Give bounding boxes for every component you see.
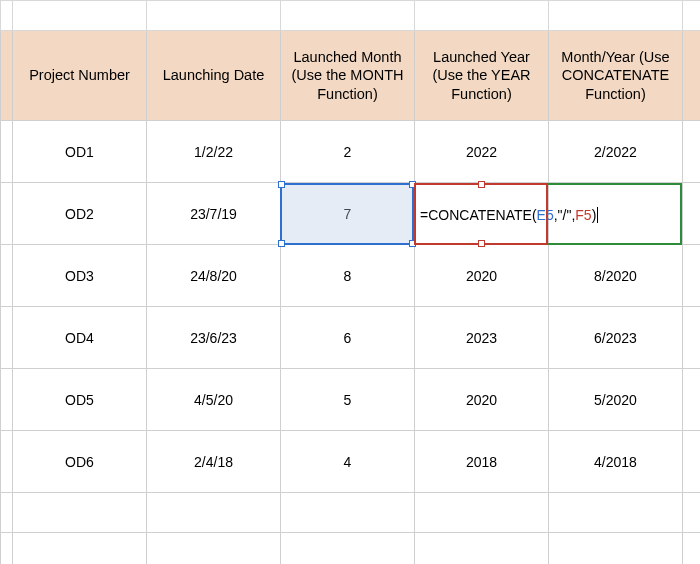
- empty-cell[interactable]: [1, 533, 13, 565]
- empty-cell[interactable]: [683, 533, 701, 565]
- empty-cell[interactable]: [415, 533, 549, 565]
- empty-cell[interactable]: [415, 493, 549, 533]
- empty-cell[interactable]: [281, 493, 415, 533]
- header-launching-date[interactable]: Launching Date: [147, 31, 281, 121]
- empty-cell[interactable]: [1, 31, 13, 121]
- cell-project[interactable]: OD5: [13, 369, 147, 431]
- empty-cell[interactable]: [1, 369, 13, 431]
- cell-date[interactable]: 4/5/20: [147, 369, 281, 431]
- cell-project[interactable]: OD2: [13, 183, 147, 245]
- cell-month-year[interactable]: 2/2022: [549, 121, 683, 183]
- header-launched-year[interactable]: Launched Year (Use the YEAR Function): [415, 31, 549, 121]
- cell-month-year[interactable]: 6/2023: [549, 307, 683, 369]
- empty-cell[interactable]: [281, 1, 415, 31]
- cell-project[interactable]: OD6: [13, 431, 147, 493]
- header-month-year[interactable]: Month/Year (Use CONCATENATE Function): [549, 31, 683, 121]
- formula-ref-e5: E5: [537, 207, 554, 223]
- empty-cell[interactable]: [549, 1, 683, 31]
- cell-project[interactable]: OD4: [13, 307, 147, 369]
- cell-project[interactable]: OD3: [13, 245, 147, 307]
- formula-editor[interactable]: =CONCATENATE(E5,"/",F5): [416, 204, 680, 226]
- cell-month[interactable]: 8: [281, 245, 415, 307]
- empty-cell[interactable]: [683, 493, 701, 533]
- cell-date[interactable]: 23/7/19: [147, 183, 281, 245]
- empty-cell[interactable]: [683, 183, 701, 245]
- empty-cell[interactable]: [147, 493, 281, 533]
- cell-date[interactable]: 1/2/22: [147, 121, 281, 183]
- cell-month[interactable]: 7: [281, 183, 415, 245]
- cell-month[interactable]: 6: [281, 307, 415, 369]
- cell-month[interactable]: 5: [281, 369, 415, 431]
- spreadsheet[interactable]: Project Number Launching Date Launched M…: [0, 0, 700, 564]
- cell-date[interactable]: 2/4/18: [147, 431, 281, 493]
- empty-cell[interactable]: [1, 245, 13, 307]
- header-project-number[interactable]: Project Number: [13, 31, 147, 121]
- empty-cell[interactable]: [1, 183, 13, 245]
- empty-cell[interactable]: [147, 1, 281, 31]
- empty-cell[interactable]: [549, 533, 683, 565]
- empty-cell[interactable]: [683, 431, 701, 493]
- empty-cell[interactable]: [13, 533, 147, 565]
- empty-cell[interactable]: [683, 121, 701, 183]
- cell-month[interactable]: 4: [281, 431, 415, 493]
- formula-ref-f5: F5: [575, 207, 591, 223]
- empty-cell[interactable]: [147, 533, 281, 565]
- empty-cell[interactable]: [683, 369, 701, 431]
- empty-cell[interactable]: [683, 245, 701, 307]
- cell-date[interactable]: 24/8/20: [147, 245, 281, 307]
- empty-cell[interactable]: [13, 1, 147, 31]
- cell-year[interactable]: 2020: [415, 369, 549, 431]
- header-launched-month[interactable]: Launched Month (Use the MONTH Function): [281, 31, 415, 121]
- empty-cell[interactable]: [1, 121, 13, 183]
- cell-month-year[interactable]: 4/2018: [549, 431, 683, 493]
- cell-month-year[interactable]: 8/2020: [549, 245, 683, 307]
- empty-cell[interactable]: [1, 307, 13, 369]
- formula-text-suffix: ): [592, 207, 597, 223]
- empty-cell[interactable]: [683, 31, 701, 121]
- cell-year[interactable]: 2018: [415, 431, 549, 493]
- empty-cell[interactable]: [549, 493, 683, 533]
- cell-year[interactable]: 2022: [415, 121, 549, 183]
- empty-cell[interactable]: [415, 1, 549, 31]
- cell-year[interactable]: 2020: [415, 245, 549, 307]
- empty-cell[interactable]: [1, 431, 13, 493]
- formula-text-mid: ,"/",: [554, 207, 576, 223]
- text-cursor: [597, 207, 598, 223]
- data-table: Project Number Launching Date Launched M…: [0, 0, 700, 564]
- formula-text-prefix: =CONCATENATE(: [420, 207, 537, 223]
- empty-cell[interactable]: [683, 1, 701, 31]
- cell-date[interactable]: 23/6/23: [147, 307, 281, 369]
- empty-cell[interactable]: [281, 533, 415, 565]
- empty-cell[interactable]: [1, 493, 13, 533]
- cell-month-year[interactable]: 5/2020: [549, 369, 683, 431]
- empty-cell[interactable]: [13, 493, 147, 533]
- cell-project[interactable]: OD1: [13, 121, 147, 183]
- cell-year[interactable]: 2023: [415, 307, 549, 369]
- cell-month[interactable]: 2: [281, 121, 415, 183]
- empty-cell[interactable]: [1, 1, 13, 31]
- empty-cell[interactable]: [683, 307, 701, 369]
